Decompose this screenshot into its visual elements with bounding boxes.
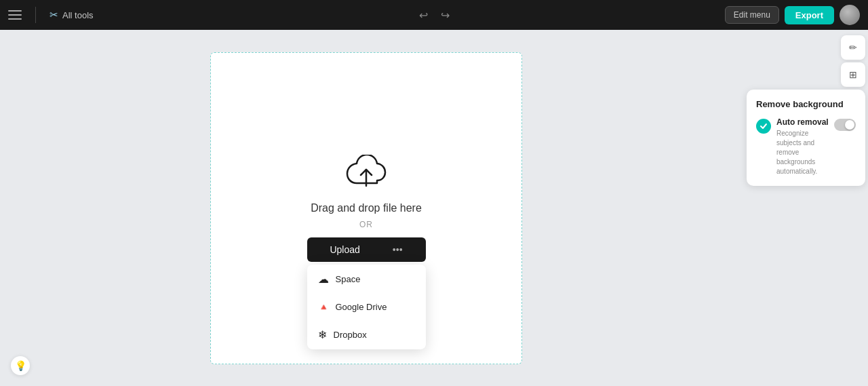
divider [35, 7, 36, 23]
pencil-icon: ✏ [849, 42, 857, 53]
undo-redo-group: ↩ ↪ [414, 5, 454, 24]
auto-removal-toggle[interactable] [834, 119, 856, 131]
topbar-left: ✂ All tools [8, 5, 99, 24]
space-icon: ☁ [318, 273, 329, 286]
dropbox-label: Dropbox [334, 330, 367, 340]
auto-removal-content: Auto removal Recognize subjects and remo… [776, 117, 829, 176]
edit-icon-button[interactable]: ✏ [841, 35, 865, 60]
space-label: Space [336, 274, 361, 284]
all-tools-button[interactable]: ✂ All tools [44, 6, 99, 24]
scissors-icon: ✂ [50, 9, 58, 21]
or-text: OR [359, 220, 373, 229]
upload-button-wrap: Upload ••• ☁ Space 🔺 Google Drive ❄ [307, 237, 426, 262]
grid-icon-button[interactable]: ⊞ [841, 62, 865, 87]
panel-title: Remove background [756, 99, 856, 109]
check-icon [760, 122, 768, 130]
dropbox-option[interactable]: ❄ Dropbox [307, 320, 426, 349]
avatar-image [840, 5, 860, 25]
edit-menu-button[interactable]: Edit menu [725, 6, 779, 24]
remove-background-panel: Remove background Auto removal Recognize… [747, 90, 865, 186]
google-drive-icon: 🔺 [318, 302, 329, 312]
tip-icon: 💡 [15, 360, 26, 371]
canvas-box: Drag and drop file here OR Upload ••• ☁ … [210, 52, 522, 364]
export-button[interactable]: Export [785, 6, 834, 24]
upload-btn-dots: ••• [393, 244, 403, 255]
space-option[interactable]: ☁ Space [307, 265, 426, 294]
main-area: Drag and drop file here OR Upload ••• ☁ … [0, 30, 868, 386]
upload-label: Upload [330, 244, 359, 255]
google-drive-option[interactable]: 🔺 Google Drive [307, 294, 426, 320]
avatar[interactable] [840, 5, 860, 25]
topbar: ✂ All tools ↩ ↪ Edit menu Export [0, 0, 868, 30]
canvas-area: Drag and drop file here OR Upload ••• ☁ … [0, 30, 732, 386]
grid-icon: ⊞ [849, 69, 857, 80]
tip-button[interactable]: 💡 [11, 356, 30, 375]
drag-drop-text: Drag and drop file here [311, 202, 422, 214]
right-panel: ✏ ⊞ Remove background Auto removal Recog… [732, 30, 868, 386]
topbar-center: ↩ ↪ [414, 5, 454, 24]
menu-icon[interactable] [8, 5, 27, 24]
undo-button[interactable]: ↩ [414, 5, 433, 24]
google-drive-label: Google Drive [336, 302, 387, 312]
cloud-upload-icon [344, 155, 388, 191]
upload-button[interactable]: Upload ••• [307, 237, 426, 262]
auto-removal-row: Auto removal Recognize subjects and remo… [756, 117, 856, 176]
topbar-right: Edit menu Export [725, 5, 860, 25]
auto-removal-desc: Recognize subjects and remove background… [776, 129, 829, 176]
auto-removal-title: Auto removal [776, 117, 829, 127]
toggle-thumb [845, 120, 854, 130]
check-circle [756, 119, 771, 134]
dropbox-icon: ❄ [318, 328, 327, 341]
upload-dropdown: ☁ Space 🔺 Google Drive ❄ Dropbox [307, 265, 426, 349]
all-tools-label: All tools [62, 10, 94, 20]
redo-button[interactable]: ↪ [435, 5, 454, 24]
